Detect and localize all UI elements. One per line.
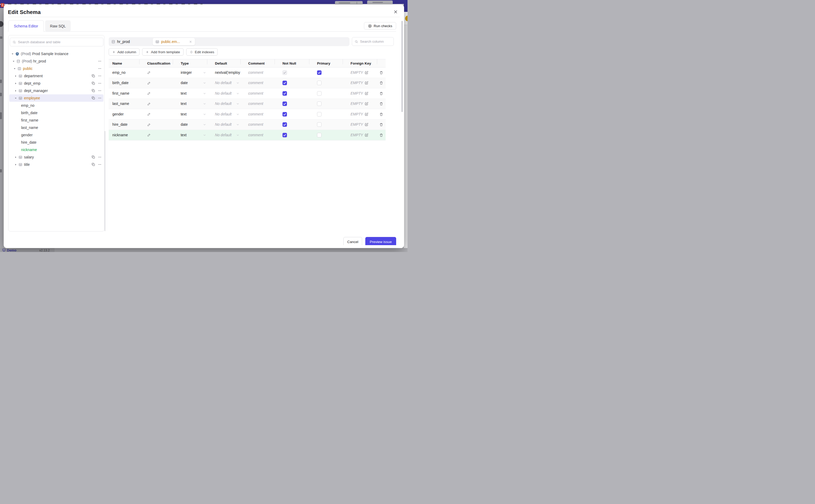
modal-scrollbar-thumb[interactable] <box>401 21 403 112</box>
copy-icon[interactable] <box>91 81 95 85</box>
tab-schema-editor[interactable]: Schema Editor <box>8 20 44 32</box>
comment-input[interactable]: comment <box>240 133 274 137</box>
pencil-icon[interactable] <box>147 81 151 85</box>
primary-checkbox[interactable] <box>317 91 321 96</box>
caret-right-icon[interactable] <box>14 156 17 159</box>
not-null-checkbox[interactable] <box>282 122 287 127</box>
tree-item-salary[interactable]: salary <box>9 153 103 161</box>
ellipsis-icon[interactable] <box>98 74 102 78</box>
primary-checkbox[interactable] <box>317 101 321 106</box>
chevron-down-icon[interactable] <box>202 133 206 137</box>
copy-icon[interactable] <box>91 96 95 100</box>
not-null-checkbox[interactable] <box>282 81 287 85</box>
tree-item-birth_date[interactable]: birth_date <box>9 109 103 117</box>
copy-icon[interactable] <box>91 74 95 78</box>
trash-icon[interactable] <box>379 71 383 75</box>
type-select[interactable]: text <box>173 91 207 95</box>
pencil-icon[interactable] <box>147 133 151 137</box>
pencil-icon[interactable] <box>147 123 151 127</box>
caret-right-icon[interactable] <box>14 89 17 92</box>
copy-icon[interactable] <box>91 163 95 166</box>
copy-icon[interactable] <box>91 89 95 93</box>
chevron-down-icon[interactable] <box>202 71 206 75</box>
run-checks-button[interactable]: Run checks <box>364 22 396 30</box>
chevron-down-icon[interactable] <box>236 102 240 106</box>
default-select[interactable]: No default <box>207 91 240 95</box>
type-select[interactable]: text <box>173 133 207 137</box>
trash-icon[interactable] <box>379 102 383 106</box>
chevron-down-icon[interactable] <box>236 123 240 127</box>
pencil-icon[interactable] <box>147 102 151 106</box>
column-name-cell[interactable]: gender <box>109 112 139 116</box>
not-null-checkbox[interactable] <box>282 133 287 137</box>
column-name-cell[interactable]: nickname <box>109 133 139 137</box>
primary-checkbox[interactable] <box>317 122 321 127</box>
edit-square-icon[interactable] <box>364 71 368 75</box>
type-select[interactable]: date <box>173 81 207 85</box>
comment-input[interactable]: comment <box>240 102 274 106</box>
comment-input[interactable]: comment <box>240 81 274 85</box>
chevron-down-icon[interactable] <box>202 81 206 85</box>
tree-item-prod-sample-instance[interactable]: (Prod)Prod Sample Instance <box>9 50 103 57</box>
copy-icon[interactable] <box>91 155 95 159</box>
tree-item-nickname[interactable]: nickname <box>9 146 103 153</box>
tree-item-employee[interactable]: employee <box>9 94 103 102</box>
default-select[interactable]: No default <box>207 81 240 85</box>
chevron-down-icon[interactable] <box>202 91 206 95</box>
tree-item-department[interactable]: department <box>9 72 103 80</box>
default-select[interactable]: nextval('employ <box>207 71 240 75</box>
pencil-icon[interactable] <box>147 91 151 95</box>
tree-item-emp_no[interactable]: emp_no <box>9 102 103 109</box>
edit-indexes-button[interactable]: Edit indexes <box>186 48 218 56</box>
panel-resize-handle[interactable] <box>105 131 105 231</box>
chevron-down-icon[interactable] <box>202 112 206 116</box>
column-name-cell[interactable]: birth_date <box>109 81 139 85</box>
ellipsis-icon[interactable] <box>98 81 102 85</box>
default-select[interactable]: No default <box>207 133 240 137</box>
primary-checkbox[interactable] <box>317 70 321 75</box>
column-search-input[interactable] <box>360 40 391 43</box>
not-null-checkbox[interactable] <box>282 70 287 75</box>
primary-checkbox[interactable] <box>317 112 321 117</box>
edit-square-icon[interactable] <box>364 133 368 137</box>
pencil-icon[interactable] <box>147 71 151 74</box>
type-select[interactable]: integer <box>173 71 207 75</box>
add-from-template-button[interactable]: Add from template <box>142 48 183 56</box>
ellipsis-icon[interactable] <box>98 89 102 93</box>
type-select[interactable]: date <box>173 123 207 127</box>
not-null-checkbox[interactable] <box>282 91 287 96</box>
comment-input[interactable]: comment <box>240 71 274 75</box>
edit-square-icon[interactable] <box>364 123 368 127</box>
comment-input[interactable]: comment <box>240 91 274 95</box>
chevron-down-icon[interactable] <box>236 81 240 85</box>
edit-square-icon[interactable] <box>364 112 368 116</box>
caret-right-icon[interactable] <box>14 82 17 85</box>
close-icon[interactable] <box>393 9 398 14</box>
primary-checkbox[interactable] <box>317 81 321 85</box>
ellipsis-icon[interactable] <box>98 96 102 100</box>
tree-item-hire_date[interactable]: hire_date <box>9 139 103 146</box>
trash-icon[interactable] <box>379 81 383 85</box>
close-icon[interactable] <box>189 40 192 43</box>
chevron-down-icon[interactable] <box>236 91 240 95</box>
edit-square-icon[interactable] <box>364 81 368 85</box>
caret-down-icon[interactable] <box>11 52 14 55</box>
tree-item-gender[interactable]: gender <box>9 131 103 139</box>
tab-raw-sql[interactable]: Raw SQL <box>45 20 71 32</box>
ellipsis-icon[interactable] <box>98 67 102 70</box>
trash-icon[interactable] <box>379 91 383 95</box>
caret-down-icon[interactable] <box>13 67 16 70</box>
default-select[interactable]: No default <box>207 112 240 116</box>
demo-link[interactable]: Demo <box>7 248 16 252</box>
ellipsis-icon[interactable] <box>98 163 102 166</box>
edit-square-icon[interactable] <box>364 102 368 106</box>
edit-square-icon[interactable] <box>364 91 368 95</box>
chevron-down-icon[interactable] <box>202 123 206 127</box>
comment-input[interactable]: comment <box>240 123 274 127</box>
type-select[interactable]: text <box>173 102 207 106</box>
caret-right-icon[interactable] <box>14 75 17 77</box>
not-null-checkbox[interactable] <box>282 101 287 106</box>
not-null-checkbox[interactable] <box>282 112 287 117</box>
pencil-icon[interactable] <box>147 112 151 116</box>
trash-icon[interactable] <box>379 112 383 116</box>
